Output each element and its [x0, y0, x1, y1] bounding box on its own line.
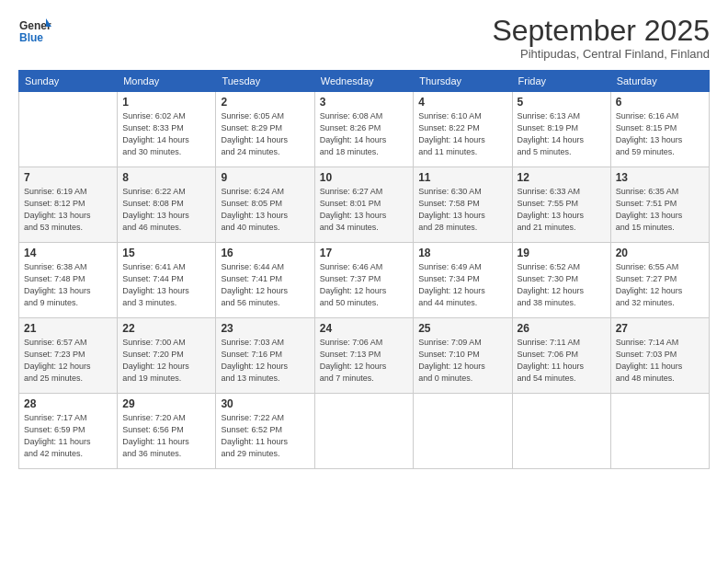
day-info: Sunrise: 6:35 AM Sunset: 7:51 PM Dayligh… [616, 186, 704, 234]
table-row: 13Sunrise: 6:35 AM Sunset: 7:51 PM Dayli… [610, 167, 709, 243]
day-info: Sunrise: 6:27 AM Sunset: 8:01 PM Dayligh… [320, 186, 408, 234]
day-number: 23 [221, 322, 309, 335]
day-number: 19 [518, 247, 606, 259]
day-number: 22 [122, 322, 210, 335]
day-info: Sunrise: 6:44 AM Sunset: 7:41 PM Dayligh… [221, 261, 309, 309]
day-number: 17 [320, 247, 408, 259]
day-info: Sunrise: 7:22 AM Sunset: 6:52 PM Dayligh… [221, 412, 309, 460]
day-number: 11 [418, 171, 506, 184]
page-header: General Blue September 2025 Pihtipudas, … [18, 15, 710, 61]
day-number: 4 [418, 96, 506, 109]
month-title: September 2025 [492, 15, 710, 47]
day-number: 16 [221, 247, 309, 259]
day-number: 14 [24, 247, 112, 259]
day-info: Sunrise: 7:20 AM Sunset: 6:56 PM Dayligh… [122, 412, 210, 460]
table-row: 7Sunrise: 6:19 AM Sunset: 8:12 PM Daylig… [19, 167, 118, 243]
table-row: 23Sunrise: 7:03 AM Sunset: 7:16 PM Dayli… [216, 318, 314, 394]
table-row: 8Sunrise: 6:22 AM Sunset: 8:08 PM Daylig… [118, 167, 216, 243]
table-row [314, 394, 413, 469]
day-number: 29 [122, 397, 210, 410]
table-row: 12Sunrise: 6:33 AM Sunset: 7:55 PM Dayli… [512, 167, 610, 243]
day-number: 10 [320, 171, 408, 184]
day-number: 12 [518, 171, 606, 184]
table-row: 26Sunrise: 7:11 AM Sunset: 7:06 PM Dayli… [512, 318, 610, 394]
day-info: Sunrise: 7:09 AM Sunset: 7:10 PM Dayligh… [418, 337, 506, 385]
col-tuesday: Tuesday [216, 71, 314, 92]
col-friday: Friday [512, 71, 610, 92]
table-row: 9Sunrise: 6:24 AM Sunset: 8:05 PM Daylig… [216, 167, 314, 243]
table-row: 6Sunrise: 6:16 AM Sunset: 8:15 PM Daylig… [610, 92, 709, 167]
day-info: Sunrise: 6:41 AM Sunset: 7:44 PM Dayligh… [122, 261, 210, 309]
table-row [610, 394, 709, 469]
col-saturday: Saturday [610, 71, 709, 92]
day-info: Sunrise: 6:46 AM Sunset: 7:37 PM Dayligh… [320, 261, 408, 309]
table-row: 29Sunrise: 7:20 AM Sunset: 6:56 PM Dayli… [118, 394, 216, 469]
table-row: 25Sunrise: 7:09 AM Sunset: 7:10 PM Dayli… [414, 318, 512, 394]
day-info: Sunrise: 6:57 AM Sunset: 7:23 PM Dayligh… [24, 337, 112, 385]
day-info: Sunrise: 7:03 AM Sunset: 7:16 PM Dayligh… [221, 337, 309, 385]
calendar-week-row: 28Sunrise: 7:17 AM Sunset: 6:59 PM Dayli… [19, 394, 710, 469]
day-info: Sunrise: 6:19 AM Sunset: 8:12 PM Dayligh… [24, 186, 112, 234]
calendar-header-row: Sunday Monday Tuesday Wednesday Thursday… [19, 71, 710, 92]
table-row: 11Sunrise: 6:30 AM Sunset: 7:58 PM Dayli… [414, 167, 512, 243]
table-row: 24Sunrise: 7:06 AM Sunset: 7:13 PM Dayli… [314, 318, 413, 394]
day-number: 2 [221, 96, 309, 109]
day-number: 26 [518, 322, 606, 335]
table-row: 28Sunrise: 7:17 AM Sunset: 6:59 PM Dayli… [19, 394, 118, 469]
day-number: 25 [418, 322, 506, 335]
table-row: 10Sunrise: 6:27 AM Sunset: 8:01 PM Dayli… [314, 167, 413, 243]
day-info: Sunrise: 6:08 AM Sunset: 8:26 PM Dayligh… [320, 110, 408, 158]
day-info: Sunrise: 7:17 AM Sunset: 6:59 PM Dayligh… [24, 412, 112, 460]
table-row: 1Sunrise: 6:02 AM Sunset: 8:33 PM Daylig… [118, 92, 216, 167]
table-row: 2Sunrise: 6:05 AM Sunset: 8:29 PM Daylig… [216, 92, 314, 167]
title-block: September 2025 Pihtipudas, Central Finla… [492, 15, 710, 61]
location-subtitle: Pihtipudas, Central Finland, Finland [492, 47, 710, 61]
calendar-week-row: 1Sunrise: 6:02 AM Sunset: 8:33 PM Daylig… [19, 92, 710, 167]
day-info: Sunrise: 6:38 AM Sunset: 7:48 PM Dayligh… [24, 261, 112, 309]
day-number: 30 [221, 397, 309, 410]
day-number: 5 [518, 96, 606, 109]
table-row: 16Sunrise: 6:44 AM Sunset: 7:41 PM Dayli… [216, 243, 314, 318]
day-info: Sunrise: 7:14 AM Sunset: 7:03 PM Dayligh… [616, 337, 704, 385]
day-number: 28 [24, 397, 112, 410]
day-info: Sunrise: 6:02 AM Sunset: 8:33 PM Dayligh… [122, 110, 210, 158]
day-info: Sunrise: 6:30 AM Sunset: 7:58 PM Dayligh… [418, 186, 506, 234]
calendar-week-row: 7Sunrise: 6:19 AM Sunset: 8:12 PM Daylig… [19, 167, 710, 243]
table-row: 18Sunrise: 6:49 AM Sunset: 7:34 PM Dayli… [414, 243, 512, 318]
table-row: 15Sunrise: 6:41 AM Sunset: 7:44 PM Dayli… [118, 243, 216, 318]
day-number: 15 [122, 247, 210, 259]
table-row: 27Sunrise: 7:14 AM Sunset: 7:03 PM Dayli… [610, 318, 709, 394]
day-number: 1 [122, 96, 210, 109]
day-number: 21 [24, 322, 112, 335]
table-row [414, 394, 512, 469]
table-row: 21Sunrise: 6:57 AM Sunset: 7:23 PM Dayli… [19, 318, 118, 394]
col-monday: Monday [118, 71, 216, 92]
day-info: Sunrise: 6:10 AM Sunset: 8:22 PM Dayligh… [418, 110, 506, 158]
logo-svg: General Blue [18, 15, 51, 48]
day-info: Sunrise: 6:22 AM Sunset: 8:08 PM Dayligh… [122, 186, 210, 234]
day-info: Sunrise: 6:16 AM Sunset: 8:15 PM Dayligh… [616, 110, 704, 158]
day-info: Sunrise: 6:33 AM Sunset: 7:55 PM Dayligh… [518, 186, 606, 234]
table-row: 22Sunrise: 7:00 AM Sunset: 7:20 PM Dayli… [118, 318, 216, 394]
table-row [512, 394, 610, 469]
day-info: Sunrise: 6:24 AM Sunset: 8:05 PM Dayligh… [221, 186, 309, 234]
day-number: 18 [418, 247, 506, 259]
day-info: Sunrise: 6:05 AM Sunset: 8:29 PM Dayligh… [221, 110, 309, 158]
day-number: 13 [616, 171, 704, 184]
calendar-week-row: 14Sunrise: 6:38 AM Sunset: 7:48 PM Dayli… [19, 243, 710, 318]
table-row: 4Sunrise: 6:10 AM Sunset: 8:22 PM Daylig… [414, 92, 512, 167]
day-number: 3 [320, 96, 408, 109]
col-wednesday: Wednesday [314, 71, 413, 92]
table-row [19, 92, 118, 167]
day-number: 7 [24, 171, 112, 184]
day-info: Sunrise: 7:11 AM Sunset: 7:06 PM Dayligh… [518, 337, 606, 385]
day-info: Sunrise: 6:49 AM Sunset: 7:34 PM Dayligh… [418, 261, 506, 309]
svg-text:Blue: Blue [19, 31, 43, 44]
table-row: 30Sunrise: 7:22 AM Sunset: 6:52 PM Dayli… [216, 394, 314, 469]
table-row: 17Sunrise: 6:46 AM Sunset: 7:37 PM Dayli… [314, 243, 413, 318]
calendar-week-row: 21Sunrise: 6:57 AM Sunset: 7:23 PM Dayli… [19, 318, 710, 394]
day-number: 27 [616, 322, 704, 335]
table-row: 20Sunrise: 6:55 AM Sunset: 7:27 PM Dayli… [610, 243, 709, 318]
col-sunday: Sunday [19, 71, 118, 92]
calendar-table: Sunday Monday Tuesday Wednesday Thursday… [18, 70, 710, 469]
